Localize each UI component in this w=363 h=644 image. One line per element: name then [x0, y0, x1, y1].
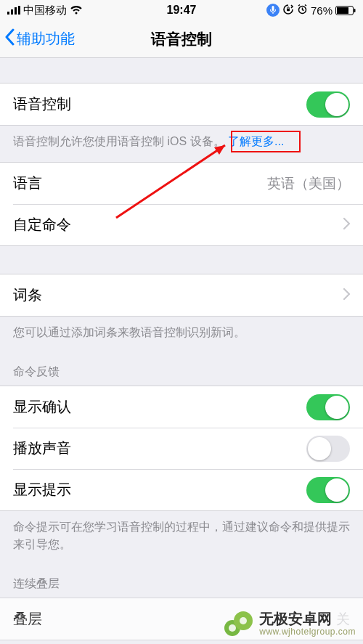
overlay-footer: 叠层会在屏幕内容上显示编号或名称， [0, 640, 363, 644]
voice-control-footer: 语音控制允许您使用语音控制 iOS 设备。 了解更多... [0, 126, 363, 162]
feedback-footer: 命令提示可在您学习语音控制的过程中，通过建议命令和提供提示来引导您。 [0, 511, 363, 565]
voice-control-row[interactable]: 语音控制 [0, 83, 363, 125]
watermark: 无极安卓网 www.wjhotelgroup.com [221, 608, 356, 640]
language-value: 英语（美国） [267, 174, 350, 193]
overlay-header: 连续叠层 [0, 565, 363, 598]
back-label: 辅助功能 [17, 29, 75, 49]
svg-rect-9 [354, 9, 356, 12]
svg-rect-3 [18, 6, 20, 15]
show-confirm-label: 显示确认 [13, 397, 71, 417]
svg-point-14 [229, 624, 236, 632]
show-hints-row[interactable]: 显示提示 [0, 469, 363, 510]
vocabulary-label: 词条 [13, 285, 42, 305]
custom-commands-label: 自定命令 [13, 215, 71, 235]
feedback-header: 命令反馈 [0, 353, 363, 386]
custom-commands-row[interactable]: 自定命令 [0, 204, 363, 245]
svg-rect-2 [15, 7, 17, 15]
chevron-right-icon [343, 286, 350, 305]
wifi-icon [70, 4, 83, 17]
back-button[interactable]: 辅助功能 [0, 28, 75, 49]
content-scroll[interactable]: 语音控制 语音控制允许您使用语音控制 iOS 设备。 了解更多... 语言 英语… [0, 58, 363, 644]
overlay-label: 叠层 [13, 609, 42, 629]
watermark-url: www.wjhotelgroup.com [259, 627, 356, 637]
svg-rect-0 [7, 12, 9, 15]
show-hints-switch[interactable] [306, 477, 350, 503]
chevron-right-icon [343, 216, 350, 235]
voice-control-label: 语音控制 [13, 94, 71, 114]
voice-control-footer-text: 语音控制允许您使用语音控制 iOS 设备。 [13, 135, 225, 147]
play-sound-row[interactable]: 播放声音 [0, 428, 363, 469]
play-sound-switch[interactable] [306, 436, 350, 462]
watermark-title: 无极安卓网 [259, 611, 356, 627]
alarm-icon [297, 4, 308, 17]
language-group: 语言 英语（美国） 自定命令 [0, 162, 363, 246]
vocabulary-row[interactable]: 词条 [0, 274, 363, 316]
navigation-bar: 辅助功能 语音控制 [0, 20, 363, 58]
status-bar: 中国移动 19:47 76% [0, 0, 363, 20]
play-sound-label: 播放声音 [13, 439, 71, 458]
svg-rect-4 [272, 6, 274, 11]
svg-point-15 [240, 617, 247, 624]
svg-rect-8 [337, 7, 348, 14]
orientation-lock-icon [282, 4, 294, 17]
signal-icon [7, 4, 20, 17]
show-confirm-row[interactable]: 显示确认 [0, 386, 363, 428]
show-hints-label: 显示提示 [13, 480, 71, 500]
voice-control-switch[interactable] [306, 91, 350, 118]
chevron-left-icon [4, 28, 15, 49]
svg-rect-1 [11, 9, 13, 15]
vocabulary-footer: 您可以通过添加词条来教语音控制识别新词。 [0, 317, 363, 353]
feedback-group: 显示确认 播放声音 显示提示 [0, 386, 363, 511]
show-confirm-switch[interactable] [306, 394, 350, 420]
voice-control-indicator-icon [266, 4, 280, 17]
vocabulary-group: 词条 [0, 274, 363, 317]
learn-more-link[interactable]: 了解更多... [228, 135, 284, 147]
voice-control-group: 语音控制 [0, 83, 363, 126]
carrier-label: 中国移动 [23, 4, 67, 17]
watermark-logo-icon [221, 608, 253, 640]
svg-rect-5 [287, 9, 290, 11]
battery-percent: 76% [311, 4, 333, 17]
language-label: 语言 [13, 174, 42, 193]
language-row[interactable]: 语言 英语（美国） [0, 163, 363, 204]
battery-icon [335, 6, 356, 15]
